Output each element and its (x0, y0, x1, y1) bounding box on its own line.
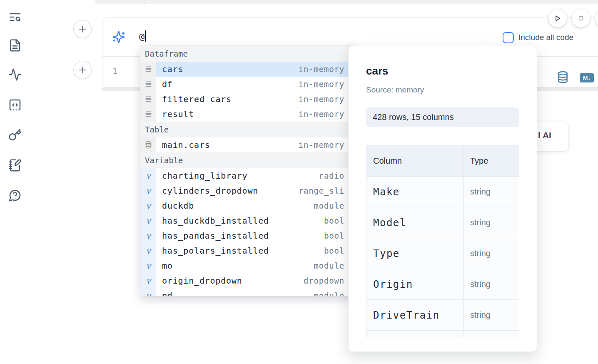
completion-section-header: Variable (140, 152, 355, 168)
add-cell-below-button[interactable] (73, 61, 92, 79)
completion-item-name: filtered_cars (162, 94, 232, 104)
completion-item-name: charting_library (162, 171, 247, 181)
schema-row: DriveTrainstring (366, 299, 519, 330)
variable-icon: v (140, 273, 156, 288)
completion-item[interactable]: main.carsin-memory (140, 137, 355, 152)
completion-item-type: bool (324, 246, 344, 255)
popup-shape-badge: 428 rows, 15 columns (366, 107, 519, 127)
previous-cell-partial[interactable] (95, 0, 598, 4)
play-icon (553, 13, 563, 23)
stop-icon (576, 13, 586, 23)
key-icon[interactable] (8, 128, 22, 142)
completion-item[interactable]: vhas_polars_installedbool (140, 243, 355, 258)
variable-icon: v (140, 183, 156, 198)
schema-row: Makestring (366, 176, 519, 207)
markdown-convert-icon[interactable]: M↓ (580, 73, 594, 82)
completion-item-name: has_polars_installed (162, 246, 269, 256)
variable-icon: v (140, 213, 156, 228)
completion-item-name: cylinders_dropdown (162, 186, 258, 196)
ai-prompt-input[interactable]: @ (139, 30, 146, 42)
completion-item[interactable]: filtered_carsin-memory (140, 92, 355, 107)
completion-item-type: in-memory (299, 95, 344, 104)
completion-item[interactable]: vorigin_dropdowndropdown (140, 273, 355, 288)
completion-item-name: has_duckdb_installed (162, 216, 269, 226)
completion-item-name: main.cars (162, 140, 210, 150)
file-text-icon[interactable] (8, 39, 22, 52)
completion-item-type: module (314, 261, 344, 270)
include-all-code-checkbox[interactable] (503, 32, 514, 43)
completion-item-type: range_sli (299, 186, 344, 195)
previous-cell-divider (145, 0, 145, 4)
schema-row: Typestring (366, 238, 519, 269)
variable-icon: v (140, 168, 156, 183)
schema-table-clip: ColumnTypeMakestringModelstringTypestrin… (366, 145, 519, 338)
completion-item-type: in-memory (299, 80, 344, 89)
plus-icon (78, 25, 87, 33)
dataframe-icon (140, 107, 156, 122)
completion-item-name: pd (162, 291, 173, 296)
left-sidebar (0, 0, 30, 364)
completion-item[interactable]: vmomodule (140, 258, 355, 273)
run-cell-button[interactable] (548, 9, 567, 27)
popup-title: cars (366, 65, 389, 77)
schema-column-type: string (470, 187, 491, 197)
schema-column-name: DriveTrain (373, 309, 440, 321)
text-search-icon[interactable] (8, 10, 22, 24)
variable-icon: v (140, 288, 156, 296)
notebook-pen-icon[interactable] (8, 159, 22, 172)
schema-row: Modelstring (366, 207, 519, 238)
completion-item[interactable]: vhas_pandas_installedbool (140, 228, 355, 243)
completion-section-header: Dataframe (140, 46, 355, 62)
completion-item[interactable]: vcharting_libraryradio (140, 168, 355, 183)
schema-header-column: Column (373, 156, 402, 166)
schema-column-type: string (470, 249, 491, 258)
sparkles-icon (112, 30, 125, 44)
database-icon[interactable] (557, 71, 568, 84)
table-database-icon (140, 137, 156, 152)
schema-header-row: ColumnType (366, 145, 519, 176)
completion-item-type: bool (324, 231, 344, 240)
completion-item-name: has_pandas_installed (162, 231, 269, 241)
completion-item[interactable]: resultin-memory (140, 107, 355, 122)
variable-icon: v (140, 198, 156, 213)
line-number: 1 (112, 66, 117, 76)
variable-icon: v (140, 258, 156, 273)
popup-source: Source: memory (366, 85, 424, 95)
completion-item[interactable]: dfin-memory (140, 77, 355, 92)
dataframe-icon (140, 92, 156, 107)
schema-column-type: string (470, 310, 491, 320)
autocomplete: Dataframecarsin-memorydfin-memoryfiltere… (140, 46, 355, 296)
code-snippets-icon[interactable] (8, 98, 22, 112)
schema-column-name: Type (373, 248, 400, 259)
variable-icon: v (140, 228, 156, 243)
completion-item-name: origin_dropdown (162, 276, 242, 286)
text-caret (145, 30, 146, 42)
schema-header-type: Type (470, 156, 488, 166)
ai-prompt-text: @ (139, 31, 145, 42)
schema-row: Originstring (366, 269, 519, 299)
completion-item-type: in-memory (299, 110, 344, 119)
dataframe-icon (140, 62, 156, 77)
completion-item[interactable]: vhas_duckdb_installedbool (140, 213, 355, 228)
completion-item-type: module (314, 201, 344, 210)
schema-column-name: Origin (373, 279, 413, 290)
add-cell-above-button[interactable] (73, 20, 92, 38)
completion-item-name: result (162, 109, 194, 119)
completion-item[interactable]: vcylinders_dropdownrange_sli (140, 183, 355, 198)
schema-table: ColumnTypeMakestringModelstringTypestrin… (366, 145, 519, 338)
schema-column-type: string (470, 218, 491, 227)
completion-item[interactable]: vpdmodule (140, 288, 355, 296)
activity-icon[interactable] (8, 68, 22, 81)
completion-item-name: mo (162, 261, 173, 271)
completion-item-name: duckdb (162, 201, 194, 211)
schema-column-type: string (470, 279, 491, 289)
completion-item-type: dropdown (304, 276, 344, 285)
completion-item-name: df (162, 79, 173, 89)
completion-item[interactable]: vduckdbmodule (140, 198, 355, 213)
stop-button[interactable] (572, 9, 590, 27)
help-chat-icon[interactable] (8, 189, 22, 202)
completion-item-type: radio (319, 171, 344, 180)
dataframe-preview-popup: cars Source: memory 428 rows, 15 columns… (348, 46, 537, 352)
completion-item[interactable]: carsin-memory (140, 62, 355, 77)
variable-icon: v (140, 243, 156, 258)
